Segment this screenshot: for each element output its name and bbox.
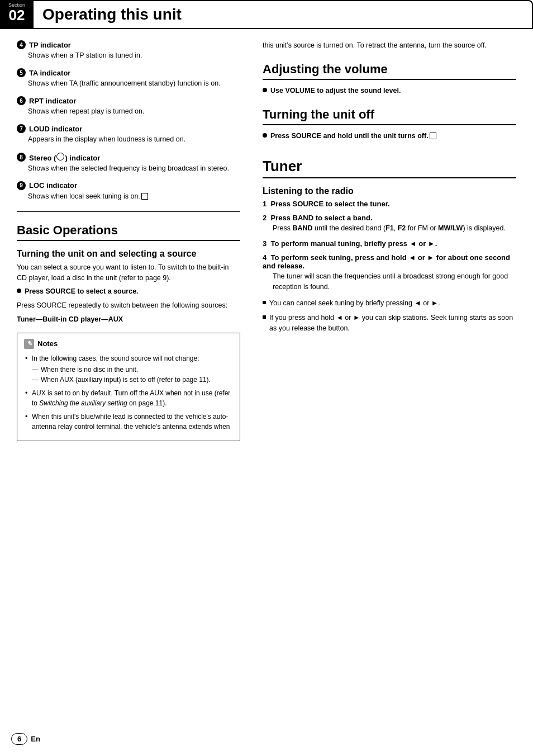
indicator-tp-label: TP indicator: [29, 41, 71, 49]
turning-off-text: Press SOURCE and hold until the unit tur…: [270, 131, 516, 141]
basic-ops-heading: Basic Operations: [17, 223, 240, 241]
press-source-bullet: Press SOURCE to select a source.: [17, 286, 240, 297]
indicator-ta-label: TA indicator: [29, 69, 70, 77]
page-header: Section 02 Operating this unit: [0, 0, 533, 29]
indicator-stereo-title: 8 Stereo () indicator: [17, 153, 240, 162]
indicator-loc: 9 LOC indicator Shows when local seek tu…: [17, 181, 240, 201]
indicator-loud-title: 7 LOUD indicator: [17, 124, 240, 133]
seek-cancel-bullet: You can cancel seek tuning by briefly pr…: [263, 298, 516, 309]
indicator-rpt: 6 RPT indicator Shows when repeat play i…: [17, 96, 240, 116]
notes-label: Notes: [37, 339, 58, 348]
note-item-2: AUX is set to on by default. Turn off th…: [24, 388, 233, 408]
num-7: 7: [17, 124, 26, 133]
step-4-title: 4 To perform seek tuning, press and hold…: [263, 253, 516, 270]
turning-off-bullet: Press SOURCE and hold until the unit tur…: [263, 131, 516, 141]
skip-stations-bullet: If you press and hold ◄ or ► you can ski…: [263, 313, 516, 334]
indicator-loud: 7 LOUD indicator Appears in the display …: [17, 124, 240, 144]
square-symbol: [141, 193, 148, 200]
section-divider: [17, 211, 240, 212]
tuner-heading: Tuner: [263, 158, 516, 178]
notes-box: ✎ Notes In the following cases, the soun…: [17, 333, 240, 441]
header-title-area: Operating this unit: [34, 0, 533, 28]
step-3: 3 To perform manual tuning, briefly pres…: [263, 239, 516, 248]
num-4: 4: [17, 40, 26, 49]
indicator-rpt-desc: Shows when repeat play is turned on.: [28, 106, 240, 116]
step-4-desc: The tuner will scan the frequencies unti…: [273, 271, 516, 292]
page-number: 6: [11, 733, 27, 745]
indicator-ta-title: 5 TA indicator: [17, 68, 240, 77]
step-2-desc: Press BAND until the desired band (F1, F…: [273, 223, 516, 234]
indicator-stereo-desc: Shows when the selected frequency is bei…: [28, 163, 240, 173]
note-sub-1a: When there is no disc in the unit.: [32, 365, 233, 375]
page: Section 02 Operating this unit 4 TP indi…: [0, 0, 533, 756]
indicator-stereo-label: Stereo () indicator: [29, 153, 100, 162]
indicator-stereo: 8 Stereo () indicator Shows when the sel…: [17, 153, 240, 173]
seek-cancel-text: You can cancel seek tuning by briefly pr…: [269, 298, 516, 309]
source-detail: Press SOURCE repeatedly to switch betwee…: [17, 300, 240, 311]
sq-bracket-off: [430, 133, 436, 139]
notes-list: In the following cases, the sound source…: [24, 353, 233, 432]
indicator-loc-title: 9 LOC indicator: [17, 181, 240, 190]
num-5: 5: [17, 68, 26, 77]
press-source-text: Press SOURCE to select a source.: [25, 286, 240, 297]
indicator-loud-desc: Appears in the display when loudness is …: [28, 134, 240, 144]
section-num: 02: [9, 8, 25, 22]
num-9: 9: [17, 181, 26, 190]
adjusting-volume-heading: Adjusting the volume: [263, 62, 516, 80]
listening-heading: Listening to the radio: [263, 186, 516, 196]
step-2-title: 2 Press BAND to select a band.: [263, 214, 516, 222]
indicator-tp-desc: Shows when a TP station is tuned in.: [28, 50, 240, 60]
skip-stations-text: If you press and hold ◄ or ► you can ski…: [269, 313, 516, 334]
language-label: En: [31, 735, 40, 743]
right-column: this unit’s source is turned on. To retr…: [257, 40, 516, 447]
turning-on-intro: You can select a source you want to list…: [17, 262, 240, 284]
bullet-circle-icon-2: [263, 88, 267, 92]
step-1-title: 1 Press SOURCE to select the tuner.: [263, 200, 516, 208]
step-4: 4 To perform seek tuning, press and hold…: [263, 253, 516, 292]
notes-header: ✎ Notes: [24, 339, 233, 349]
note-sub-1b: When AUX (auxiliary input) is set to off…: [32, 375, 233, 385]
bullet-circle-icon: [17, 289, 21, 293]
main-content: 4 TP indicator Shows when a TP station i…: [0, 29, 533, 458]
turning-off-heading: Turning the unit off: [263, 107, 516, 125]
indicator-rpt-title: 6 RPT indicator: [17, 96, 240, 105]
indicator-ta: 5 TA indicator Shows when TA (traffic an…: [17, 68, 240, 88]
page-title: Operating this unit: [42, 6, 182, 23]
indicator-loud-label: LOUD indicator: [29, 125, 82, 133]
antenna-text: this unit’s source is turned on. To retr…: [263, 40, 516, 51]
source-list: Tuner—Built-in CD player—AUX: [17, 314, 240, 325]
step-3-title: 3 To perform manual tuning, briefly pres…: [263, 239, 516, 248]
note-item-3: When this unit's blue/white lead is conn…: [24, 412, 233, 432]
indicator-tp-title: 4 TP indicator: [17, 40, 240, 49]
stereo-circle-icon: [56, 153, 64, 160]
step-2: 2 Press BAND to select a band. Press BAN…: [263, 214, 516, 234]
turning-on-heading: Turning the unit on and selecting a sour…: [17, 249, 240, 259]
note-sub-list-1: When there is no disc in the unit. When …: [32, 365, 233, 385]
note-item-1: In the following cases, the sound source…: [24, 353, 233, 385]
volume-bullet: Use VOLUME to adjust the sound level.: [263, 86, 516, 96]
square-bullet-icon-1: [263, 301, 266, 304]
indicator-loc-desc: Shows when local seek tuning is on.: [28, 191, 240, 201]
square-bullet-icon-2: [263, 315, 266, 319]
step-1: 1 Press SOURCE to select the tuner.: [263, 200, 516, 208]
indicator-rpt-label: RPT indicator: [29, 97, 77, 105]
indicator-tp: 4 TP indicator Shows when a TP station i…: [17, 40, 240, 60]
bullet-circle-icon-3: [263, 133, 267, 138]
section-label: Section 02: [0, 0, 34, 28]
page-footer: 6 En: [11, 733, 40, 745]
left-column: 4 TP indicator Shows when a TP station i…: [17, 40, 257, 447]
indicator-ta-desc: Shows when TA (traffic announcement stan…: [28, 78, 240, 88]
num-6: 6: [17, 96, 26, 105]
indicator-loc-label: LOC indicator: [29, 181, 77, 190]
volume-text: Use VOLUME to adjust the sound level.: [270, 86, 516, 96]
num-8: 8: [17, 153, 26, 162]
notes-icon: ✎: [24, 339, 34, 349]
